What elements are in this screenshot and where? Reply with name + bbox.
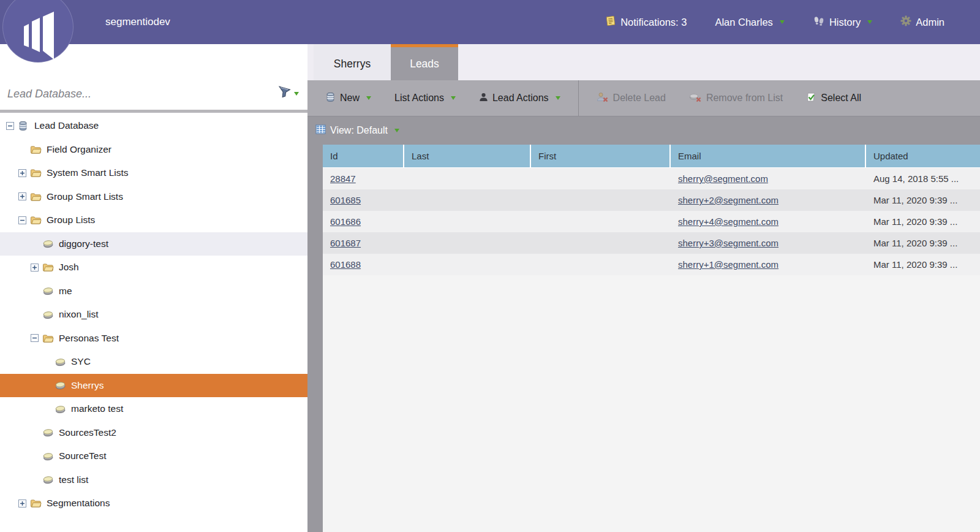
lead-id: 601685 <box>323 189 403 211</box>
list-actions-button[interactable]: List Actions <box>383 80 467 116</box>
lead-updated: Mar 11, 2020 9:39 ... <box>865 211 980 232</box>
lead-id-link[interactable]: 601686 <box>330 216 361 227</box>
tree-toggle-minus-icon[interactable] <box>6 122 18 130</box>
table-row[interactable]: 28847sherry@segment.comAug 14, 2018 5:55… <box>323 168 980 189</box>
list-icon <box>42 310 57 319</box>
lead-tree: Lead DatabaseField OrganizerSystem Smart… <box>0 113 307 515</box>
list-icon <box>42 286 57 295</box>
main-panel: Sherrys Leads New List Actions Lead Acti… <box>307 44 980 532</box>
tree-item-label: nixon_list <box>59 309 99 320</box>
lead-email-link[interactable]: sherry+3@segment.com <box>678 238 778 248</box>
lead-id-link[interactable]: 601685 <box>330 195 361 205</box>
lead-updated: Mar 11, 2020 9:39 ... <box>865 254 980 275</box>
admin-button[interactable]: Admin <box>900 15 944 29</box>
grid-view-icon <box>315 124 326 137</box>
tree-item-group-lists[interactable]: Group Lists <box>0 208 307 232</box>
tree-item-field-organizer[interactable]: Field Organizer <box>0 138 307 162</box>
column-header-last[interactable]: Last <box>403 145 530 167</box>
folder-icon <box>30 498 45 508</box>
lead-actions-button[interactable]: Lead Actions <box>467 80 572 116</box>
notifications-icon <box>605 15 616 29</box>
table-row[interactable]: 601685sherry+2@segment.comMar 11, 2020 9… <box>323 189 980 211</box>
table-row[interactable]: 601686sherry+4@segment.comMar 11, 2020 9… <box>323 211 980 232</box>
folder-icon <box>42 262 57 272</box>
folder-icon <box>30 215 45 225</box>
admin-label: Admin <box>916 17 944 28</box>
tab-sherrys[interactable]: Sherrys <box>314 44 391 80</box>
footprints-icon <box>813 16 825 28</box>
history-menu-button[interactable]: History <box>813 16 872 28</box>
tree-toggle-minus-icon[interactable] <box>31 334 42 342</box>
lead-id-link[interactable]: 601688 <box>330 259 361 270</box>
lead-id-link[interactable]: 28847 <box>330 173 356 184</box>
chevron-down-icon <box>394 129 399 132</box>
tree-item-sherrys[interactable]: Sherrys <box>0 374 307 398</box>
chevron-down-icon <box>867 20 872 24</box>
table-row[interactable]: 601688sherry+1@segment.comMar 11, 2020 9… <box>323 254 980 275</box>
list-icon <box>55 405 69 414</box>
lead-id: 601686 <box>323 211 403 232</box>
tree-item-josh[interactable]: Josh <box>0 256 307 279</box>
tree-item-label: Group Lists <box>47 215 95 226</box>
list-icon <box>42 475 57 484</box>
tree-item-diggory-test[interactable]: diggory-test <box>0 232 307 256</box>
tree-item-label: Lead Database <box>34 120 99 131</box>
tree-item-label: me <box>59 286 72 297</box>
tree-toggle-plus-icon[interactable] <box>18 500 30 507</box>
tree-item-group-smart-lists[interactable]: Group Smart Lists <box>0 185 307 209</box>
lead-email-link[interactable]: sherry@segment.com <box>678 173 768 184</box>
table-body: 28847sherry@segment.comAug 14, 2018 5:55… <box>323 168 980 275</box>
tree-item-sourcetest[interactable]: SourceTest <box>0 444 307 468</box>
list-icon <box>42 428 57 437</box>
tab-leads[interactable]: Leads <box>391 44 458 80</box>
folder-icon <box>42 333 57 343</box>
user-menu-button[interactable]: Alan Charles <box>715 17 784 28</box>
lead-last-name <box>403 254 530 275</box>
tree-item-me[interactable]: me <box>0 279 307 303</box>
notifications-button[interactable]: Notifications: 3 <box>605 15 687 29</box>
tree-toggle-plus-icon[interactable] <box>31 264 42 272</box>
tree-item-system-smart-lists[interactable]: System Smart Lists <box>0 161 307 185</box>
tree-item-segmentations[interactable]: Segmentations <box>0 492 307 515</box>
table-header-row: Id Last First Email Updated <box>323 145 980 168</box>
tree-toggle-minus-icon[interactable] <box>18 216 30 224</box>
select-all-button[interactable]: Select All <box>794 80 873 116</box>
tree-item-syc[interactable]: SYC <box>0 350 307 374</box>
tree-item-label: SourceTest <box>59 450 107 462</box>
tab-bar: Sherrys Leads <box>307 44 980 80</box>
column-header-first[interactable]: First <box>530 145 669 167</box>
tree-item-personas-test[interactable]: Personas Test <box>0 327 307 351</box>
column-header-updated[interactable]: Updated <box>865 145 980 167</box>
tree-item-sourcestest2[interactable]: SourcesTest2 <box>0 421 307 445</box>
lead-database-search-input[interactable] <box>7 85 265 103</box>
tree-toggle-plus-icon[interactable] <box>18 192 30 200</box>
search-filter-button[interactable] <box>277 86 299 101</box>
history-label: History <box>829 17 861 28</box>
column-header-email[interactable]: Email <box>669 145 865 167</box>
table-row[interactable]: 601687sherry+3@segment.comMar 11, 2020 9… <box>323 232 980 254</box>
lead-email-link[interactable]: sherry+4@segment.com <box>678 216 778 227</box>
lead-email-link[interactable]: sherry+1@segment.com <box>678 259 778 270</box>
tree-item-label: SYC <box>71 356 91 367</box>
tree-item-test-list[interactable]: test list <box>0 468 307 492</box>
database-icon <box>18 121 32 131</box>
lead-first-name <box>530 189 669 211</box>
new-button[interactable]: New <box>314 80 383 116</box>
list-icon <box>55 357 69 367</box>
lead-id-link[interactable]: 601687 <box>330 238 361 248</box>
tree-item-label: Sherrys <box>71 380 104 391</box>
view-selector[interactable]: View: Default <box>307 116 980 145</box>
tree-toggle-plus-icon[interactable] <box>18 169 30 177</box>
delete-lead-button: Delete Lead <box>585 80 677 116</box>
tree-item-nixon-list[interactable]: nixon_list <box>0 303 307 327</box>
lead-updated: Mar 11, 2020 9:39 ... <box>865 232 980 254</box>
tree-item-label: SourcesTest2 <box>59 427 116 438</box>
lead-id: 601687 <box>323 232 403 254</box>
gear-icon <box>900 15 911 29</box>
remove-from-list-icon <box>689 92 702 105</box>
lead-email-link[interactable]: sherry+2@segment.com <box>678 195 778 205</box>
column-header-id[interactable]: Id <box>323 145 403 167</box>
tree-item-marketo-test[interactable]: marketo test <box>0 397 307 421</box>
lead-first-name <box>530 211 669 232</box>
tree-item-lead-database[interactable]: Lead Database <box>0 114 307 138</box>
